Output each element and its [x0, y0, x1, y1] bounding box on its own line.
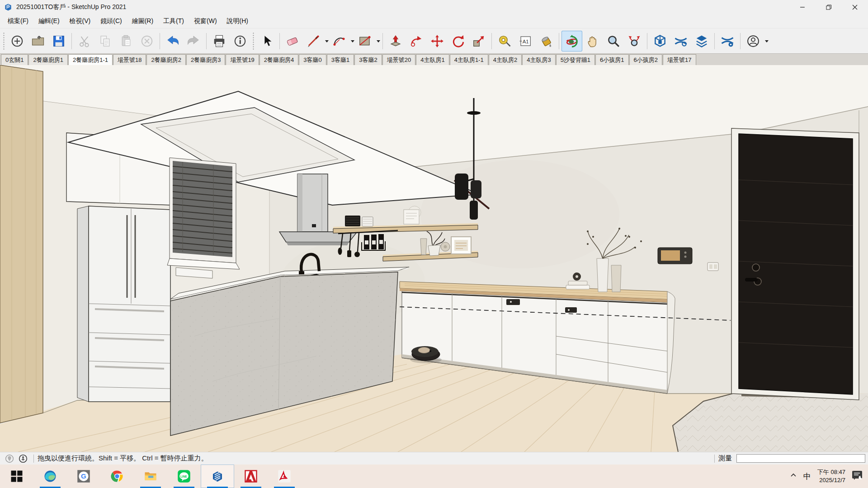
line-tool[interactable]: [303, 31, 324, 52]
tape-measure-tool[interactable]: [494, 31, 515, 52]
scene-tab[interactable]: 4主臥房3: [522, 54, 555, 65]
model-info-button[interactable]: [230, 31, 250, 52]
move-tool[interactable]: [427, 31, 448, 52]
scene-tab[interactable]: 2餐廳廚房3: [186, 54, 225, 65]
redo-button[interactable]: [183, 31, 204, 52]
credits-icon[interactable]: [18, 454, 28, 464]
taskbar-edge[interactable]: [33, 465, 67, 488]
move-icon: [430, 34, 444, 48]
viewport-3d-scene[interactable]: [0, 65, 868, 452]
3d-warehouse-button[interactable]: [650, 31, 670, 52]
menu-help[interactable]: 說明(H): [222, 15, 253, 27]
scene-tab[interactable]: 場景號18: [113, 54, 146, 65]
print-button[interactable]: [209, 31, 230, 52]
new-icon: [10, 34, 24, 48]
taskbar-google[interactable]: G: [67, 465, 100, 488]
extension-manager-button[interactable]: [717, 31, 738, 52]
ime-indicator[interactable]: 中: [803, 471, 811, 482]
erase-button[interactable]: [137, 31, 157, 52]
scene-tab[interactable]: 2餐廳廚房1: [28, 54, 67, 65]
sketchup-app-icon[interactable]: [4, 3, 13, 12]
taskbar-line[interactable]: LINE: [167, 465, 201, 488]
geolocation-icon[interactable]: [5, 454, 14, 464]
start-button[interactable]: [0, 465, 33, 488]
line-tool-dropdown[interactable]: [325, 40, 329, 44]
restore-button[interactable]: [816, 0, 842, 14]
orbit-icon: [565, 34, 579, 48]
measurement-label: 測量: [718, 454, 732, 463]
minimize-button[interactable]: [789, 0, 816, 14]
rectangle-tool-dropdown[interactable]: [377, 40, 380, 44]
taskbar-explorer[interactable]: [134, 465, 167, 488]
window-title: 20251001TO客戶 - SketchUp Pro 2021: [16, 3, 126, 11]
text-tool[interactable]: A1: [515, 31, 536, 52]
scene-tab[interactable]: 場景號19: [226, 54, 259, 65]
pan-tool[interactable]: [582, 31, 603, 52]
follow-me-tool[interactable]: [406, 31, 427, 52]
pan-hand-icon: [586, 34, 599, 48]
new-button[interactable]: [7, 31, 28, 52]
scene-tab[interactable]: 6小孩房2: [629, 54, 662, 65]
scene-tab[interactable]: 4主臥房1-1: [450, 54, 488, 65]
push-pull-tool[interactable]: [385, 31, 406, 52]
rotate-tool[interactable]: [448, 31, 468, 52]
menu-draw[interactable]: 繪圖(R): [127, 15, 158, 27]
toolbar-grip[interactable]: [252, 32, 255, 50]
share-model-button[interactable]: [670, 31, 691, 52]
close-button[interactable]: [842, 0, 868, 14]
notification-icon: [852, 470, 863, 480]
eraser-tool[interactable]: [282, 31, 303, 52]
menu-tools[interactable]: 工具(T): [158, 15, 189, 27]
text-icon: A1: [519, 34, 532, 48]
scene-tab[interactable]: 場景號20: [382, 54, 415, 65]
tray-hidden-icons-chevron[interactable]: [790, 472, 797, 481]
save-button[interactable]: [48, 31, 69, 52]
scene-tab[interactable]: 場景號17: [663, 54, 696, 65]
menu-camera[interactable]: 鏡頭(C): [95, 15, 127, 27]
menu-edit[interactable]: 編輯(E): [33, 15, 65, 27]
zoom-extents-tool[interactable]: [624, 31, 645, 52]
toolbar-grip[interactable]: [3, 32, 5, 50]
undo-button[interactable]: [162, 31, 183, 52]
scene-tab[interactable]: 4主臥房1: [416, 54, 449, 65]
taskbar-adobe[interactable]: [234, 465, 268, 488]
rectangle-tool[interactable]: [354, 31, 375, 52]
scene-tab[interactable]: 5沙發背牆1: [556, 54, 595, 65]
scene-tab[interactable]: 4主臥房2: [489, 54, 522, 65]
paste-button[interactable]: [116, 31, 137, 52]
zoom-tool[interactable]: [603, 31, 624, 52]
scene-tab[interactable]: 3客廳1: [327, 54, 354, 65]
scene-tab[interactable]: 2餐廳廚房2: [146, 54, 185, 65]
door-lock: [752, 264, 760, 271]
menu-view[interactable]: 檢視(V): [65, 15, 96, 27]
scene-tab[interactable]: 2餐廳廚房4: [259, 54, 298, 65]
account-dropdown[interactable]: [765, 40, 769, 44]
measurement-input[interactable]: [736, 454, 865, 463]
cut-button[interactable]: [74, 31, 95, 52]
svg-text:A1: A1: [523, 39, 529, 44]
scene-tab-active[interactable]: 2餐廳廚房1-1: [68, 54, 113, 65]
taskbar-sketchup[interactable]: [201, 465, 234, 488]
menu-window[interactable]: 視窗(W): [189, 15, 222, 27]
menu-file[interactable]: 檔案(F): [3, 15, 33, 27]
arc-tool-dropdown[interactable]: [351, 40, 354, 44]
scene-tab[interactable]: 3客廳0: [299, 54, 326, 65]
copy-button[interactable]: [95, 31, 116, 52]
cut-icon: [78, 34, 91, 48]
select-tool[interactable]: [256, 31, 277, 52]
tray-date: 2025/12/7: [817, 476, 845, 484]
open-button[interactable]: [28, 31, 48, 52]
scene-tab[interactable]: 6小孩房1: [595, 54, 628, 65]
scale-tool[interactable]: [468, 31, 489, 52]
taskbar-acrobat[interactable]: [268, 465, 301, 488]
tray-clock[interactable]: 下午 08:47 2025/12/7: [817, 468, 845, 484]
arc-tool[interactable]: [329, 31, 349, 52]
share-component-button[interactable]: [691, 31, 712, 52]
scene-tab[interactable]: 3客廳2: [354, 54, 382, 65]
account-button[interactable]: [743, 31, 764, 52]
taskbar-chrome[interactable]: [100, 465, 134, 488]
paint-bucket-tool[interactable]: [536, 31, 557, 52]
notification-center-button[interactable]: [852, 470, 863, 482]
orbit-tool[interactable]: [561, 31, 582, 52]
scene-tab[interactable]: 0玄關1: [1, 54, 28, 65]
